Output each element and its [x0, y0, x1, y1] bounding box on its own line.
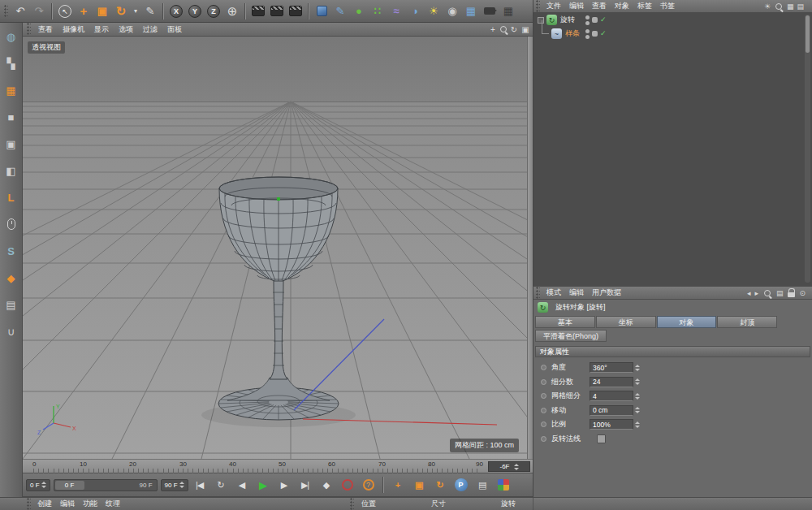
material-button[interactable]: ◉ [443, 2, 461, 20]
menu-view[interactable]: 查看 [588, 1, 611, 11]
mesh-subdivision-field[interactable]: 4 [590, 391, 633, 401]
tab-object[interactable]: 对象 [657, 316, 717, 328]
deformer-button[interactable]: ≈ [387, 2, 405, 20]
menu-file[interactable]: 文件 [542, 1, 565, 11]
stepper[interactable] [179, 479, 184, 491]
axis-mode-icon[interactable]: L [2, 188, 20, 206]
spline-pen-button[interactable]: ✎ [331, 2, 349, 20]
autokey-button[interactable] [342, 479, 353, 491]
scale-key-button[interactable]: ▣ [409, 477, 429, 493]
subdivision-field[interactable]: 24 [590, 377, 633, 387]
layer-toggle[interactable] [592, 17, 598, 23]
keyframe-circle-icon[interactable] [541, 436, 546, 442]
end-frame-field[interactable]: 90 F [161, 479, 188, 491]
texture-mode-icon[interactable]: ▦ [2, 81, 20, 99]
lock-icon[interactable] [787, 288, 795, 298]
render-view-button[interactable] [249, 2, 267, 20]
scale-field[interactable]: 100% [590, 419, 633, 430]
stepper[interactable] [635, 419, 640, 430]
menu-function[interactable]: 功能 [79, 499, 102, 509]
z-axis-lock-button[interactable]: Z [205, 2, 222, 20]
viewport-scrollbar[interactable] [527, 37, 533, 459]
visibility-dots-toggle[interactable] [585, 29, 590, 39]
render-settings-button[interactable] [287, 2, 304, 20]
undo-button[interactable]: ↶ [11, 2, 29, 20]
position-key-button[interactable]: + [388, 477, 408, 493]
scale-button[interactable]: ▣ [93, 2, 111, 20]
loop-button[interactable]: ↻ [211, 477, 231, 493]
object-row-lathe[interactable]: ↻ 旋转 ✓ [533, 13, 812, 27]
snap-icon[interactable]: S [2, 242, 20, 260]
pivot-icon[interactable]: ◆ [2, 269, 20, 287]
stepper[interactable] [635, 391, 640, 402]
redo-button[interactable]: ↷ [30, 2, 48, 20]
light-button[interactable]: ☀ [425, 2, 443, 20]
subdivision-surface-button[interactable]: ● [350, 2, 368, 20]
tab-caps[interactable]: 封顶 [717, 316, 777, 328]
next-frame-button[interactable]: ▶ [274, 477, 294, 493]
goto-end-button[interactable]: ▶| [296, 477, 315, 493]
range-handle[interactable]: 0 F [55, 481, 84, 490]
point-mode-icon[interactable]: ▣ [2, 135, 20, 153]
floor-button[interactable]: ▦ [462, 2, 480, 20]
enable-check-icon[interactable]: ✓ [600, 16, 607, 24]
checker-flag-icon[interactable]: ▚ [2, 54, 20, 72]
vp-menu-filter[interactable]: 过滤 [138, 24, 162, 35]
vp-menu-panel[interactable]: 面板 [162, 24, 187, 35]
object-properties-header[interactable]: 对象属性 [535, 346, 810, 357]
render-picture-viewer-button[interactable] [268, 2, 286, 20]
camera-button[interactable] [481, 2, 499, 20]
search-icon[interactable] [774, 2, 784, 11]
attribute-menu-grip[interactable] [536, 287, 540, 300]
selected-point-handle[interactable] [277, 197, 280, 201]
rotate-button[interactable]: ↻ [112, 2, 130, 20]
live-selection-button[interactable]: ↖ [56, 2, 74, 20]
layout-icon[interactable]: ▤ [797, 2, 804, 11]
view-zoom-icon[interactable] [499, 24, 508, 34]
array-generator-button[interactable]: ∷ [369, 2, 387, 20]
tab-basic[interactable]: 基本 [535, 316, 595, 328]
history-forward-icon[interactable]: ▸ [754, 289, 758, 297]
menu-tag[interactable]: 标签 [633, 1, 656, 11]
x-axis-lock-button[interactable]: X [167, 2, 185, 20]
viewport-menu-grip[interactable] [27, 23, 31, 36]
tab-coordinates[interactable]: 坐标 [596, 316, 656, 328]
menu-userdata[interactable]: 用户数据 [588, 287, 625, 298]
object-manager-scrollbar[interactable] [805, 15, 810, 283]
move-button[interactable]: + [75, 2, 93, 20]
rotation-key-button[interactable]: ↻ [430, 477, 450, 493]
keyframe-circle-icon[interactable] [541, 421, 546, 427]
view-pan-icon[interactable]: + [487, 25, 499, 34]
keyframe-circle-icon[interactable] [541, 408, 546, 413]
magnet-icon[interactable]: ∪ [2, 322, 20, 340]
frame-stepper[interactable] [514, 461, 519, 473]
polygon-mode-icon[interactable]: ◧ [2, 162, 20, 179]
keyframe-circle-icon[interactable] [541, 365, 546, 370]
workplane-icon[interactable]: ▤ [2, 296, 20, 313]
menu-bookmark[interactable]: 书签 [656, 1, 679, 11]
stepper[interactable] [41, 479, 46, 491]
view-rotate-icon[interactable]: ↻ [508, 25, 520, 34]
keyframe-options-button[interactable]: ? [363, 479, 374, 491]
viewport-canvas[interactable]: Y X Z 透视视图 网格间距 : 100 cm [23, 37, 527, 459]
globe-icon[interactable]: ◍ [2, 28, 20, 45]
visibility-dots-toggle[interactable] [585, 15, 590, 25]
object-name[interactable]: 旋转 [560, 15, 575, 25]
parameter-key-button[interactable]: P [455, 478, 468, 491]
view-name-label[interactable]: 透视视图 [28, 41, 65, 54]
angle-field[interactable]: 360° [590, 362, 633, 373]
movement-field[interactable]: 0 cm [590, 405, 633, 416]
menu-texture[interactable]: 纹理 [102, 499, 124, 509]
stepper[interactable] [635, 362, 640, 374]
primitive-cube-button[interactable] [313, 2, 330, 20]
palette-icon[interactable]: ▦ [787, 2, 794, 11]
menu-mode[interactable]: 模式 [542, 287, 565, 298]
enable-check-icon[interactable]: ✓ [600, 30, 607, 37]
current-frame-field[interactable]: -6F [488, 461, 530, 472]
object-name[interactable]: 样条 [565, 28, 580, 39]
vp-menu-view[interactable]: 查看 [33, 24, 58, 35]
settings-icon[interactable]: ⊙ [799, 289, 806, 297]
view-maximize-icon[interactable]: ▣ [520, 25, 531, 34]
frame-range-slider[interactable]: 0 F 90 F [54, 479, 158, 491]
search-icon[interactable] [762, 288, 772, 298]
